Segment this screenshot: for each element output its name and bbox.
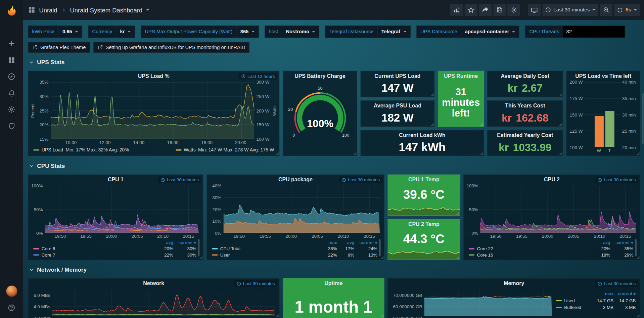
sidebar-dashboards-button[interactable] (0, 52, 23, 68)
legend-header[interactable]: avg (152, 240, 173, 245)
panel-title[interactable]: Current Load kWh (361, 131, 484, 140)
breadcrumb-folder[interactable]: Unraid (39, 6, 57, 13)
sidebar-create-button[interactable] (0, 35, 23, 52)
legend-item-watts[interactable]: Watts Min: 147 W Max: 278 W Avg: 175 W (176, 147, 274, 152)
variable-value-dropdown[interactable]: kr (116, 26, 135, 37)
legend-series-core22[interactable]: Core 22 (469, 246, 589, 251)
series-swatch (33, 254, 39, 256)
stat-number: 1033.99 (513, 141, 551, 154)
legend-header[interactable]: max (318, 240, 337, 245)
legend-scrollbar[interactable] (635, 239, 637, 256)
variable-value-dropdown[interactable]: Telegraf (377, 26, 410, 37)
variable-value-dropdown[interactable]: Nostromo (282, 26, 319, 37)
dashboard-settings-button[interactable] (507, 4, 520, 16)
shield-icon (8, 122, 15, 130)
x-axis-ticks: 10:00 12:00 14:00 16:00 18:00 20:00 (51, 139, 255, 146)
gauge-tick: 50 (318, 86, 322, 91)
legend-value: 14.7 GB (592, 298, 614, 303)
legend-item-ups-load[interactable]: UPS Load Min: 17% Max: 32% Avg: 20% (33, 147, 129, 152)
legend-header[interactable]: max (592, 291, 614, 296)
row-header-network-memory[interactable]: Network / Memory (29, 264, 87, 275)
star-icon (467, 6, 474, 13)
dashboard-scrollbar[interactable] (642, 93, 644, 144)
tv-icon (531, 6, 538, 13)
legend-series-user[interactable]: User (212, 252, 318, 257)
dashboards-grid-icon (8, 56, 15, 64)
row-header-ups-stats[interactable]: UPS Stats (29, 57, 65, 67)
save-dashboard-button[interactable] (493, 4, 506, 16)
share-dashboard-button[interactable] (479, 4, 492, 16)
legend-series-core7[interactable]: Core 7 (33, 252, 152, 257)
stat-value: 147 kWh (361, 140, 484, 155)
variable-value-dropdown[interactable]: 865 (236, 26, 259, 37)
user-avatar[interactable] (6, 286, 17, 297)
row-header-cpu-stats[interactable]: CPU Stats (29, 161, 65, 171)
zoom-out-time-button[interactable] (600, 4, 612, 16)
variable-currency: Currency kr (88, 26, 135, 38)
legend-series-core6[interactable]: Core 6 (33, 246, 152, 251)
legend-header[interactable]: avg (337, 240, 354, 245)
legend-series-core16[interactable]: Core 16 (469, 252, 589, 257)
cycle-view-mode-button[interactable] (528, 4, 541, 16)
tick: 10:00 (65, 140, 77, 145)
tick: 19:55 (260, 234, 271, 239)
variable-label: Currency (89, 26, 116, 37)
y-axis-ticks-left: 6.0 MBs 4.0 MBs 2.0 MBs (30, 289, 52, 316)
time-range-picker[interactable]: Last 30 minutes (542, 4, 598, 16)
panel-title[interactable]: CPU 1 Temp (388, 175, 460, 185)
sidebar-explore-button[interactable] (0, 68, 23, 85)
panel-title[interactable]: CPU 2 Temp (388, 219, 460, 229)
panel-ups-load-vs-time-left: UPS Load vs Time left 200 W 175 W 150 W … (566, 71, 640, 156)
legend-value: 9% (337, 252, 354, 257)
legend-series-used[interactable]: Used (556, 298, 592, 303)
link-ups-monitoring-guide[interactable]: Setting up Grafana and InfluxDB for UPS … (93, 42, 249, 53)
panel-title[interactable]: Current UPS Load (361, 71, 434, 81)
share-icon (482, 6, 489, 13)
variable-value-dropdown[interactable]: apcupsd-container (461, 26, 519, 37)
grafana-logo[interactable] (0, 0, 23, 21)
y-axis-ticks-left: 100% 50% 0% (465, 186, 480, 233)
y-axis-ticks-left: 100% 50% 0% (30, 186, 45, 233)
panel-ups-runtime: UPS Runtime 31 minutes left! (438, 71, 484, 127)
add-panel-button[interactable] (450, 4, 463, 16)
battery-gauge: 0 20 50 100 100% (285, 84, 355, 146)
link-grafana-plex-theme[interactable]: Grafana Plex Theme (28, 42, 90, 53)
legend-header-sorted[interactable]: current (354, 240, 377, 245)
ups-load-chart (51, 82, 255, 139)
legend-series-buffered[interactable]: Buffered (556, 305, 592, 310)
legend-header-sorted[interactable]: current (613, 291, 636, 296)
legend-header[interactable]: avg (589, 240, 610, 245)
panel-title[interactable]: This Years Cost (488, 101, 562, 110)
cpu-threads-input[interactable] (563, 26, 625, 37)
legend-header-sorted[interactable]: current (173, 240, 196, 245)
legend-header-sorted[interactable]: current (610, 240, 634, 245)
plus-icon (7, 40, 16, 48)
panel-title[interactable]: Estimated Yearly Cost (488, 131, 562, 140)
tick: 60.000000 GB (390, 301, 422, 312)
panel-title[interactable]: Uptime (283, 279, 384, 287)
navbar-separator (524, 6, 524, 14)
legend-series-cpu-total[interactable]: CPU Total (212, 246, 318, 251)
gear-icon (7, 105, 16, 114)
sidebar-configuration-button[interactable] (0, 101, 23, 118)
gauge-tick: 100 (342, 133, 349, 138)
chevron-down-icon[interactable] (146, 9, 149, 11)
variable-cpu-threads: CPU Threads (525, 26, 625, 38)
panel-title[interactable]: UPS Runtime (438, 71, 484, 81)
star-dashboard-button[interactable] (464, 4, 477, 16)
breadcrumb-dashboard-title[interactable]: Unraid System Dashboard (70, 6, 143, 13)
panel-title[interactable]: Average Daily Cost (488, 71, 562, 81)
sidebar-alerting-button[interactable] (0, 85, 23, 101)
panel-title[interactable]: UPS Battery Charge (283, 71, 357, 81)
refresh-picker[interactable]: 5s (614, 4, 640, 16)
legend-value: 3 MB (592, 305, 614, 310)
variable-value-dropdown[interactable]: 0.65 (58, 26, 82, 37)
legend-scrollbar[interactable] (198, 239, 199, 256)
clock-icon (237, 281, 241, 286)
sidebar-help-button[interactable] (0, 303, 23, 313)
legend-table: max avg current CPU Total 38% 17% 24% Us… (212, 240, 377, 257)
sidebar-server-admin-button[interactable] (0, 118, 23, 134)
panel-title[interactable]: Average PSU Load (361, 101, 434, 110)
legend-scrollbar[interactable] (379, 239, 381, 256)
series-swatch (33, 248, 39, 249)
